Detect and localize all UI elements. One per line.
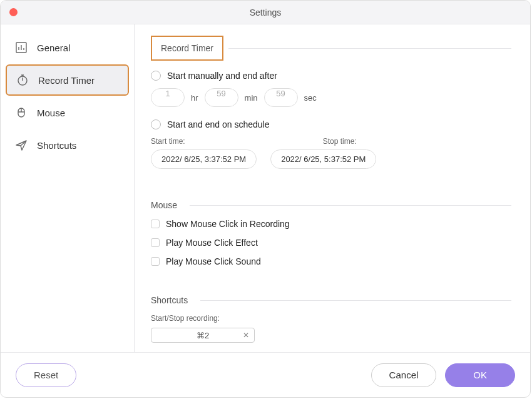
checkbox-play-click-sound[interactable]: Play Mouse Click Sound [151, 256, 511, 266]
clear-shortcut-icon[interactable]: ✕ [243, 331, 249, 340]
section-header-mouse: Mouse [151, 200, 511, 210]
shortcut-start-stop-input[interactable]: ⌘2 ✕ [151, 328, 255, 343]
stop-time-input[interactable]: 2022/ 6/25, 5:37:52 PM [270, 149, 376, 169]
checkbox-icon [151, 220, 160, 228]
radio-schedule[interactable]: Start and end on schedule [151, 119, 511, 129]
minutes-unit: min [245, 93, 258, 103]
section-title: Mouse [151, 200, 185, 210]
stopwatch-icon [16, 73, 29, 87]
seconds-input[interactable]: 59 [264, 88, 298, 107]
start-time-label: Start time: [151, 137, 185, 146]
checkbox-label: Play Mouse Click Sound [166, 256, 261, 266]
section-title: Record Timer [151, 36, 223, 61]
sidebar-item-general[interactable]: General [6, 32, 129, 63]
section-header-record-timer: Record Timer [151, 36, 511, 61]
mouse-icon [14, 106, 28, 119]
stop-time-label: Stop time: [323, 137, 357, 146]
radio-label: Start manually and end after [167, 71, 277, 81]
datetime-row: 2022/ 6/25, 3:37:52 PM 2022/ 6/25, 5:37:… [151, 149, 511, 169]
seconds-unit: sec [304, 93, 317, 103]
checkbox-show-mouse-click[interactable]: Show Mouse Click in Recording [151, 219, 511, 229]
start-time-input[interactable]: 2022/ 6/25, 3:37:52 PM [151, 149, 257, 169]
body: General Record Timer [1, 24, 530, 352]
window-title: Settings [250, 8, 282, 18]
radio-icon [151, 119, 161, 129]
content-pane: Record Timer Start manually and end afte… [135, 24, 530, 352]
shortcut-start-stop-label: Start/Stop recording: [151, 314, 511, 323]
sidebar-item-label: Record Timer [38, 75, 95, 86]
sidebar: General Record Timer [1, 24, 135, 352]
checkbox-play-click-effect[interactable]: Play Mouse Click Effect [151, 238, 511, 248]
ok-button[interactable]: OK [445, 363, 515, 387]
sidebar-item-label: Shortcuts [37, 140, 76, 151]
checkbox-icon [151, 257, 160, 266]
cancel-button[interactable]: Cancel [371, 363, 437, 387]
settings-window: Settings General [0, 0, 531, 398]
footer: Reset Cancel OK [1, 352, 530, 397]
section-title: Shortcuts [151, 295, 195, 305]
divider [228, 48, 511, 49]
hours-input[interactable]: 1 [151, 88, 185, 107]
radio-label: Start and end on schedule [167, 119, 269, 129]
sidebar-item-record-timer[interactable]: Record Timer [6, 64, 129, 96]
radio-icon [151, 71, 161, 81]
sidebar-item-shortcuts[interactable]: Shortcuts [6, 129, 129, 161]
radio-start-manually[interactable]: Start manually and end after [151, 71, 511, 81]
checkbox-icon [151, 238, 160, 247]
shortcut-value: ⌘2 [197, 331, 209, 340]
duration-row: 1 hr 59 min 59 sec [151, 88, 511, 107]
minutes-input[interactable]: 59 [205, 88, 238, 107]
sidebar-item-label: Mouse [37, 108, 65, 118]
divider [190, 205, 511, 206]
section-header-shortcuts: Shortcuts [151, 295, 511, 305]
sidebar-item-mouse[interactable]: Mouse [6, 97, 129, 128]
barchart-icon [14, 41, 28, 54]
checkbox-label: Play Mouse Click Effect [166, 238, 258, 248]
divider [200, 300, 511, 301]
reset-button[interactable]: Reset [16, 363, 76, 387]
checkbox-label: Show Mouse Click in Recording [166, 219, 290, 229]
hours-unit: hr [191, 93, 198, 103]
close-window-button[interactable] [9, 8, 18, 16]
time-labels: Start time: Stop time: [151, 137, 511, 146]
sidebar-item-label: General [37, 43, 70, 53]
paperplane-icon [14, 138, 28, 152]
titlebar: Settings [1, 1, 530, 24]
